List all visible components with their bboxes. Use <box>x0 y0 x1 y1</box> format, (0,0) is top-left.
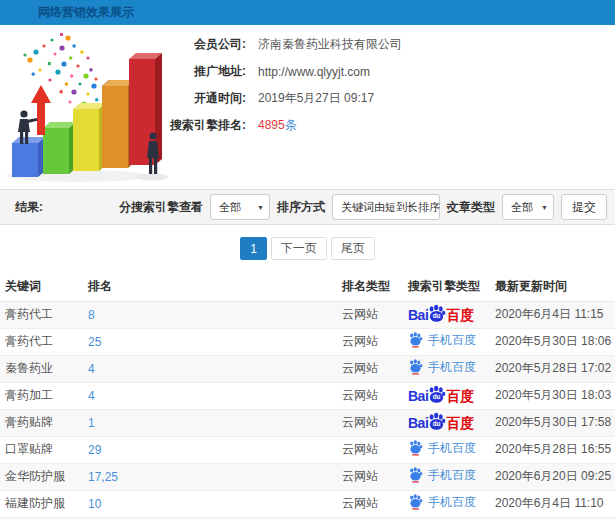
rank-link[interactable]: 10 <box>88 497 101 511</box>
sort-filter-select[interactable]: 关键词由短到长排序 ▼ <box>332 194 440 220</box>
rank-cell: 1 <box>83 409 337 436</box>
baidu-logo: Baidu百度 <box>408 304 474 325</box>
mobile-baidu-logo: 手机百度 <box>408 332 476 349</box>
engine-cell: 手机百度 <box>403 463 490 490</box>
sort-filter-label: 排序方式 <box>277 199 325 216</box>
company-label: 会员公司: <box>150 36 246 53</box>
updated-cell: 2020年5月30日 18:06 <box>490 328 615 355</box>
keyword-cell: 膏药贴牌 <box>0 409 83 436</box>
rank-count-label: 搜索引擎排名: <box>150 117 246 134</box>
pagination: 1 下一页 尾页 <box>0 237 615 260</box>
submit-button[interactable]: 提交 <box>561 194 607 220</box>
baidu-paw-icon: du <box>427 412 446 431</box>
engine-cell: Baidu百度 <box>403 409 490 436</box>
rank-link[interactable]: 17,25 <box>88 470 118 484</box>
rank-link[interactable]: 29 <box>88 443 101 457</box>
table-row: 膏药贴牌1云网站Baidu百度2020年5月30日 17:58 <box>0 409 615 436</box>
rank-cell: 10 <box>83 490 337 517</box>
keyword-cell: 秦鲁药业 <box>0 355 83 382</box>
rank-type-cell: 云网站 <box>337 301 403 328</box>
svg-text:du: du <box>433 420 441 427</box>
mobile-baidu-paw-icon <box>408 494 423 510</box>
engine-cell: Baidu百度 <box>403 382 490 409</box>
baidu-paw-icon: du <box>427 304 446 323</box>
rank-type-cell: 云网站 <box>337 463 403 490</box>
col-engine-type: 搜索引擎类型 <box>403 273 490 301</box>
next-page-button[interactable]: 下一页 <box>271 237 327 260</box>
rank-type-cell: 云网站 <box>337 490 403 517</box>
rank-type-cell: 云网站 <box>337 436 403 463</box>
col-rank: 排名 <box>83 273 337 301</box>
updated-cell: 2020年6月4日 11:15 <box>490 301 615 328</box>
updated-cell: 2020年5月30日 17:58 <box>490 409 615 436</box>
keyword-cell: 福建防护服 <box>0 490 83 517</box>
col-updated: 最新更新时间 <box>490 273 615 301</box>
engine-cell: 手机百度 <box>403 355 490 382</box>
engine-filter-select[interactable]: 全部 ▼ <box>210 194 270 220</box>
company-value-link[interactable]: 济南秦鲁药业科技有限公司 <box>258 36 402 53</box>
engine-cell: Baidu百度 <box>403 301 490 328</box>
bar-yellow <box>73 103 106 171</box>
field-url: 推广地址: http://www.qlyyjt.com <box>150 58 402 85</box>
rank-link[interactable]: 1 <box>88 416 95 430</box>
table-row: 膏药代工8云网站Baidu百度2020年6月4日 11:15 <box>0 301 615 328</box>
engine-cell: 手机百度 <box>403 490 490 517</box>
open-time-value: 2019年5月27日 09:17 <box>258 90 374 107</box>
engine-filter-selected: 全部 <box>219 200 241 215</box>
table-body: 膏药代工8云网站Baidu百度2020年6月4日 11:15膏药代工25云网站手… <box>0 301 615 520</box>
window-title: 网络营销效果展示 <box>0 0 615 25</box>
chevron-down-icon: ▼ <box>536 204 548 211</box>
rank-count-number: 4895 <box>258 118 285 132</box>
svg-text:du: du <box>433 393 441 400</box>
keyword-cell: 金华防护服 <box>0 463 83 490</box>
keyword-cell: 膏药代工 <box>0 328 83 355</box>
company-info: 会员公司: 济南秦鲁药业科技有限公司 推广地址: http://www.qlyy… <box>150 31 402 139</box>
rank-type-cell: 云网站 <box>337 409 403 436</box>
engine-cell: 手机百度 <box>403 436 490 463</box>
results-bar: 结果: 分搜索引擎查看 全部 ▼ 排序方式 关键词由短到长排序 ▼ 文章类型 全… <box>0 189 615 225</box>
open-time-label: 开通时间: <box>150 90 246 107</box>
keyword-cell: 膏药加工 <box>0 382 83 409</box>
col-keyword: 关键词 <box>0 273 83 301</box>
rank-type-cell: 云网站 <box>337 382 403 409</box>
rank-cell: 29 <box>83 436 337 463</box>
table-row: 福建防护服10云网站手机百度2020年6月4日 11:10 <box>0 490 615 517</box>
bar-green <box>43 122 76 174</box>
rank-cell: 25 <box>83 328 337 355</box>
rank-link[interactable]: 8 <box>88 308 95 322</box>
info-panel: 会员公司: 济南秦鲁药业科技有限公司 推广地址: http://www.qlyy… <box>0 25 615 185</box>
mobile-baidu-paw-icon <box>408 467 423 483</box>
keyword-cell: 膏药代工 <box>0 301 83 328</box>
field-open-time: 开通时间: 2019年5月27日 09:17 <box>150 85 402 112</box>
rank-link[interactable]: 4 <box>88 362 95 376</box>
chevron-down-icon: ▼ <box>252 204 264 211</box>
field-rank-count: 搜索引擎排名: 4895条 <box>150 112 402 139</box>
article-type-filter-label: 文章类型 <box>447 199 495 216</box>
rank-cell: 4 <box>83 355 337 382</box>
last-page-button[interactable]: 尾页 <box>331 237 375 260</box>
rank-count-value[interactable]: 4895条 <box>258 117 297 134</box>
updated-cell: 2020年6月4日 11:10 <box>490 490 615 517</box>
article-type-filter-select[interactable]: 全部 ▼ <box>502 194 554 220</box>
updated-cell: 2020年5月30日 18:03 <box>490 382 615 409</box>
mobile-baidu-paw-icon <box>408 359 423 375</box>
mobile-baidu-logo: 手机百度 <box>408 494 476 511</box>
promotion-url-link[interactable]: http://www.qlyyjt.com <box>258 65 370 79</box>
rank-link[interactable]: 4 <box>88 389 95 403</box>
table-row: 膏药代工25云网站手机百度2020年5月30日 18:06 <box>0 328 615 355</box>
sort-filter-selected: 关键词由短到长排序 <box>341 200 440 215</box>
rank-link[interactable]: 25 <box>88 335 101 349</box>
updated-cell: 2020年6月20日 09:25 <box>490 463 615 490</box>
keyword-cell: 口罩贴牌 <box>0 436 83 463</box>
table-row: 秦鲁药业4云网站手机百度2020年5月28日 17:02 <box>0 355 615 382</box>
bar-chart-illustration <box>0 27 172 183</box>
mobile-baidu-paw-icon <box>408 440 423 456</box>
table-header-row: 关键词 排名 排名类型 搜索引擎类型 最新更新时间 <box>0 273 615 301</box>
keyword-table: 关键词 排名 排名类型 搜索引擎类型 最新更新时间 膏药代工8云网站Baidu百… <box>0 273 615 520</box>
rank-cell: 8 <box>83 301 337 328</box>
table-row: 口罩贴牌29云网站手机百度2020年5月28日 16:55 <box>0 436 615 463</box>
baidu-logo: Baidu百度 <box>408 385 474 406</box>
mobile-baidu-logo: 手机百度 <box>408 440 476 457</box>
baidu-logo: Baidu百度 <box>408 412 474 433</box>
page-1-button[interactable]: 1 <box>240 237 267 260</box>
